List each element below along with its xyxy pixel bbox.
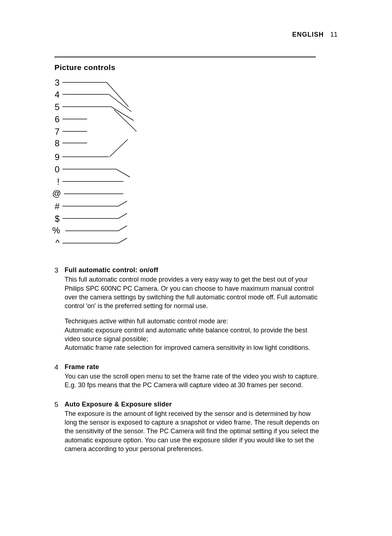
diagram-label: !	[52, 177, 60, 187]
entry-body: Full automatic control: on/off This full…	[65, 266, 319, 352]
entry: 4 Frame rate You can use the scroll open…	[54, 363, 319, 390]
entry-number: 3	[54, 266, 65, 352]
entry-body: Auto Exposure & Exposure slider The expo…	[65, 400, 319, 454]
entry-title: Auto Exposure & Exposure slider	[65, 401, 172, 408]
document-page: ENGLISH11 Picture controls	[0, 0, 392, 536]
diagram-label: %	[52, 225, 60, 236]
diagram-label: 5	[52, 102, 60, 112]
diagram-label: #	[52, 201, 60, 212]
diagram-label: 6	[52, 114, 60, 124]
entry-title: Frame rate	[65, 363, 99, 371]
diagram-label: @	[52, 188, 60, 199]
entry-paragraph: Automatic frame rate selection for impro…	[65, 343, 319, 352]
entry: 3 Full automatic control: on/off This fu…	[54, 266, 319, 352]
header-language: ENGLISH	[292, 31, 324, 38]
entry-paragraph: Automatic exposure control and automatic…	[65, 326, 319, 344]
entry-paragraph: You can use the scroll open menu to set …	[65, 372, 319, 390]
header-rule	[54, 57, 316, 57]
diagram-label: ^	[52, 238, 60, 248]
diagram-label: 7	[52, 127, 60, 137]
entry-title: Full automatic control: on/off	[65, 266, 158, 274]
diagram-label: 3	[52, 78, 60, 88]
diagram-label: $	[52, 214, 60, 224]
diagram-label: 8	[52, 138, 60, 148]
diagram-label: 0	[52, 164, 60, 175]
entry-paragraph: The exposure is the amount of light rece…	[65, 409, 319, 453]
picture-controls-diagram: 3 4 5 6 7 8 9 0 ! @ # $ % ^	[52, 77, 147, 244]
entry-paragraph: This full automatic control mode provide…	[65, 275, 319, 310]
diagram-label: 4	[52, 90, 60, 100]
header-page-number: 11	[330, 31, 338, 38]
page-header: ENGLISH11	[54, 31, 367, 38]
diagram-label: 9	[52, 152, 60, 162]
entry: 5 Auto Exposure & Exposure slider The ex…	[54, 400, 319, 454]
section-title: Picture controls	[54, 63, 367, 72]
entry-paragraph: Techniques active within full automatic …	[65, 317, 319, 326]
diagram-lines	[52, 77, 147, 244]
entry-body: Frame rate You can use the scroll open m…	[65, 363, 319, 390]
entry-number: 4	[54, 363, 65, 390]
entries-list: 3 Full automatic control: on/off This fu…	[54, 266, 319, 453]
entry-number: 5	[54, 400, 65, 454]
